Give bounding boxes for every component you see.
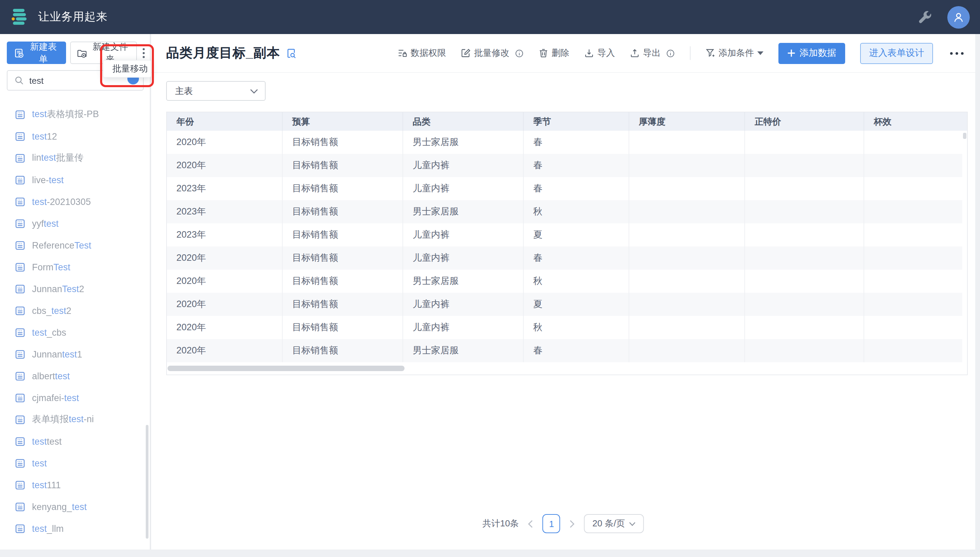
table-cell: 2023年: [167, 177, 283, 200]
form-list-item-label: test_llm: [32, 523, 63, 534]
form-list-item[interactable]: lintest批量传: [0, 147, 149, 169]
new-form-label: 新建表单: [28, 41, 59, 65]
next-page-button[interactable]: [569, 519, 575, 528]
form-icon: [15, 523, 25, 534]
form-list-item[interactable]: test: [0, 452, 149, 474]
table-cell: [864, 131, 967, 154]
table-cell: 2023年: [167, 223, 283, 246]
column-header: 正特价: [745, 112, 864, 131]
form-list-item-label: Junnantest1: [32, 349, 82, 359]
table-cell: 夏: [524, 223, 629, 246]
new-form-button[interactable]: 新建表单: [7, 42, 67, 64]
form-list-item[interactable]: test_cbs: [0, 321, 149, 343]
table-cell: [864, 316, 967, 339]
table-row[interactable]: 2020年目标销售额儿童内裤秋: [167, 316, 967, 339]
table-view-select[interactable]: 主表: [166, 81, 265, 101]
form-list-item[interactable]: JunnanTest2: [0, 278, 149, 300]
prev-page-button[interactable]: [528, 519, 534, 528]
form-list-item[interactable]: cbs_test2: [0, 300, 149, 321]
form-list-item[interactable]: test12: [0, 125, 149, 147]
form-icon: [15, 240, 25, 250]
more-actions-icon[interactable]: [949, 51, 964, 55]
form-list-item[interactable]: alberttest: [0, 365, 149, 387]
table-cell: [864, 154, 967, 177]
form-list-item[interactable]: test-20210305: [0, 191, 149, 212]
table-cell: 男士家居服: [403, 339, 524, 362]
delete-button[interactable]: 删除: [539, 47, 569, 59]
table-cell: [745, 339, 864, 362]
form-list-item[interactable]: cjmafei-test: [0, 387, 149, 409]
table-cell: [745, 246, 864, 270]
form-list-item[interactable]: 表单填报test-ni: [0, 409, 149, 430]
table-cell: 秋: [524, 316, 629, 339]
table-row[interactable]: 2020年目标销售额男士家居服秋: [167, 270, 967, 293]
current-page-button[interactable]: 1: [543, 514, 560, 533]
form-list-item[interactable]: ReferenceTest: [0, 234, 149, 256]
enter-form-design-button[interactable]: 进入表单设计: [860, 42, 933, 64]
table-cell: 2023年: [167, 200, 283, 223]
form-icon: [15, 153, 25, 163]
menu-item-batch-move[interactable]: 批量移动: [104, 60, 150, 77]
table-cell: 2020年: [167, 154, 283, 177]
user-avatar[interactable]: [947, 6, 970, 28]
table-cell: 儿童内裤: [403, 293, 524, 316]
form-list-item[interactable]: FormTest: [0, 256, 149, 278]
form-list-item[interactable]: kenyang_test: [0, 496, 149, 518]
table-cell: 2020年: [167, 270, 283, 293]
form-list-item[interactable]: live-test: [0, 169, 149, 191]
form-list-item-label: ReferenceTest: [32, 240, 91, 250]
table-cell: 目标销售额: [283, 223, 403, 246]
table-cell: 儿童内裤: [403, 177, 524, 200]
form-icon: [15, 480, 25, 490]
form-list-item[interactable]: yyftest: [0, 212, 149, 234]
export-button[interactable]: 导出: [630, 47, 675, 59]
add-condition-button[interactable]: 添加条件: [705, 47, 763, 59]
form-list-item[interactable]: Junnantest1: [0, 343, 149, 365]
table-cell: 目标销售额: [283, 154, 403, 177]
form-list-item[interactable]: test111: [0, 474, 149, 496]
chevron-down-icon: [250, 88, 258, 94]
data-permission-button[interactable]: 数据权限: [398, 47, 446, 59]
form-icon: [15, 175, 25, 185]
page-size-value: 20 条/页: [593, 518, 625, 530]
batch-edit-label: 批量修改: [474, 47, 510, 59]
trash-icon: [539, 48, 548, 58]
add-data-button[interactable]: 添加数据: [778, 42, 845, 64]
table-cell: 儿童内裤: [403, 154, 524, 177]
settings-wrench-icon[interactable]: [918, 10, 932, 24]
table-row[interactable]: 2020年目标销售额儿童内裤夏: [167, 293, 967, 316]
batch-edit-button[interactable]: 批量修改: [461, 47, 524, 59]
page-size-select[interactable]: 20 条/页: [584, 514, 644, 533]
table-cell: [629, 131, 745, 154]
table-cell: 儿童内裤: [403, 246, 524, 270]
table-row[interactable]: 2023年目标销售额男士家居服秋: [167, 200, 967, 223]
total-count-label: 共计10条: [482, 518, 519, 530]
table-cell: [629, 223, 745, 246]
sidebar-scrollbar[interactable]: [146, 425, 148, 539]
pagination: 共计10条 1 20 条/页: [482, 514, 644, 533]
table-row[interactable]: 2020年目标销售额儿童内裤春: [167, 154, 967, 177]
delete-label: 删除: [552, 47, 569, 59]
table-row[interactable]: 2020年目标销售额儿童内裤春: [167, 246, 967, 270]
table-row[interactable]: 2023年目标销售额儿童内裤春: [167, 177, 967, 200]
table-row[interactable]: 2020年目标销售额男士家居服春: [167, 339, 967, 362]
export-icon: [630, 48, 640, 58]
table-cell: 春: [524, 339, 629, 362]
form-list-item[interactable]: test表格填报-PB: [0, 104, 149, 125]
column-header: 品类: [403, 112, 524, 131]
table-row[interactable]: 2020年目标销售额男士家居服春: [167, 131, 967, 154]
form-icon: [15, 458, 25, 468]
table-cell: [629, 154, 745, 177]
preview-form-icon[interactable]: [286, 48, 296, 58]
enter-form-design-label: 进入表单设计: [869, 47, 924, 59]
table-vertical-scrollbar[interactable]: [962, 132, 967, 362]
form-list-item[interactable]: testtest: [0, 430, 149, 452]
form-list-item[interactable]: test_llm: [0, 518, 149, 539]
form-list-item-label: alberttest: [32, 371, 70, 381]
import-button[interactable]: 导入: [584, 47, 615, 59]
table-cell: 2020年: [167, 293, 283, 316]
column-header: 预算: [283, 112, 403, 131]
table-row[interactable]: 2023年目标销售额儿童内裤夏: [167, 223, 967, 246]
table-cell: [864, 293, 967, 316]
table-horizontal-scrollbar[interactable]: [168, 366, 405, 371]
